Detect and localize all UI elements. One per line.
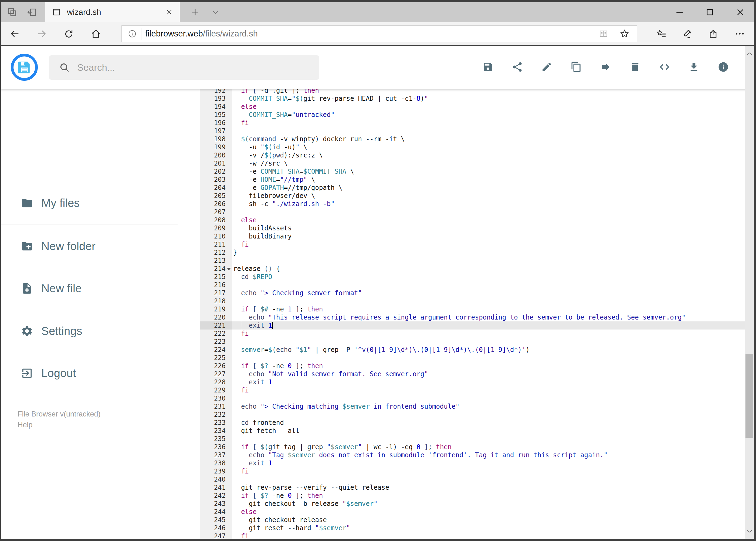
code-line[interactable]: } — [232, 249, 745, 257]
line-number[interactable]: 212 — [200, 249, 226, 257]
info-icon[interactable] — [718, 61, 729, 73]
line-number[interactable]: 200 — [200, 151, 226, 159]
line-number[interactable]: 205 — [200, 192, 226, 200]
line-number[interactable]: 201 — [200, 159, 226, 168]
share-page-icon[interactable] — [708, 28, 719, 39]
line-number[interactable]: 213 — [200, 257, 226, 265]
minimize-icon[interactable] — [674, 7, 685, 18]
code-line[interactable]: -v /$(pwd):/src:z \ — [232, 151, 745, 159]
hub-icon[interactable] — [656, 28, 667, 39]
code-line[interactable]: if [ -d .git ]; then — [232, 89, 745, 95]
line-number[interactable]: 195 — [200, 111, 226, 119]
line-number[interactable]: 209 — [200, 224, 226, 232]
share-icon[interactable] — [512, 61, 523, 73]
line-number[interactable]: 246 — [200, 524, 226, 532]
code-line[interactable]: fi — [232, 241, 745, 249]
code-line[interactable]: echo "> Checking matching $semver in fro… — [232, 402, 745, 410]
code-line[interactable]: echo "Tag $semver does not exist in subm… — [232, 451, 745, 459]
line-number[interactable]: 229 — [200, 386, 226, 394]
sidebar-item-new-folder[interactable]: New folder — [1, 238, 200, 255]
code-line[interactable] — [232, 281, 745, 289]
copy-icon[interactable] — [571, 61, 582, 73]
line-number[interactable]: 223 — [200, 337, 226, 346]
home-icon[interactable] — [91, 28, 101, 39]
code-line[interactable]: COMMIT_SHA="$(git rev-parse HEAD | cut -… — [232, 95, 745, 103]
line-number[interactable]: 219 — [200, 305, 226, 313]
code-line[interactable]: echo "> Checking semver format" — [232, 289, 745, 297]
line-number[interactable]: 240 — [200, 475, 226, 483]
delete-icon[interactable] — [630, 61, 641, 73]
line-number[interactable]: 210 — [200, 232, 226, 241]
line-number[interactable]: 247 — [200, 532, 226, 539]
code-line[interactable]: release () { — [232, 265, 745, 273]
favorite-star-icon[interactable] — [620, 29, 630, 39]
line-number[interactable]: 226 — [200, 362, 226, 370]
line-number[interactable]: 237 — [200, 451, 226, 459]
tab-preview-icon[interactable] — [7, 7, 18, 18]
code-line[interactable]: exit 1 — [232, 378, 745, 386]
code-line[interactable]: -e COMMIT_SHA=$COMMIT_SHA \ — [232, 168, 745, 176]
code-line[interactable]: echo "Not valid semver format. See semve… — [232, 370, 745, 378]
code-line[interactable]: -u "$(id -u)" \ — [232, 143, 745, 151]
sidebar-item-logout[interactable]: Logout — [1, 365, 200, 382]
code-line[interactable]: COMMIT_SHA="untracked" — [232, 111, 745, 119]
code-line[interactable]: if [ $# -ne 1 ]; then — [232, 305, 745, 313]
code-line[interactable]: fi — [232, 119, 745, 127]
code-line[interactable]: if [ $(git tag | grep "$semver" | wc -l)… — [232, 443, 745, 451]
line-number[interactable]: 231 — [200, 402, 226, 410]
fold-marker-icon[interactable] — [227, 268, 231, 270]
line-number[interactable]: 225 — [200, 354, 226, 362]
line-number[interactable]: 232 — [200, 410, 226, 419]
set-aside-tabs-icon[interactable] — [26, 7, 37, 18]
code-line[interactable] — [232, 127, 745, 135]
code-line[interactable]: fi — [232, 329, 745, 337]
line-number[interactable]: 192 — [200, 89, 226, 95]
tab-dropdown-icon[interactable] — [210, 7, 221, 18]
code-line[interactable] — [232, 394, 745, 402]
line-number[interactable]: 234 — [200, 427, 226, 435]
line-number[interactable]: 228 — [200, 378, 226, 386]
line-number[interactable]: 206 — [200, 200, 226, 208]
code-line[interactable]: else — [232, 216, 745, 224]
code-line[interactable]: if [ $? -ne 0 ]; then — [232, 362, 745, 370]
code-line[interactable] — [232, 435, 745, 443]
line-number[interactable]: 202 — [200, 168, 226, 176]
line-number[interactable]: 245 — [200, 516, 226, 524]
line-number[interactable]: 221 — [200, 321, 232, 329]
code-line[interactable]: exit 1 — [232, 321, 745, 329]
code-line[interactable]: buildBinary — [232, 232, 745, 241]
refresh-icon[interactable] — [64, 28, 74, 39]
code-line[interactable]: git checkout release — [232, 516, 745, 524]
annotate-pen-icon[interactable] — [682, 28, 693, 39]
line-number[interactable]: 235 — [200, 435, 226, 443]
code-icon[interactable] — [659, 61, 670, 73]
line-number[interactable]: 238 — [200, 459, 226, 467]
line-number[interactable]: 215 — [200, 273, 226, 281]
line-number[interactable]: 204 — [200, 184, 226, 192]
code-line[interactable] — [232, 337, 745, 346]
code-line[interactable]: git reset --hard "$semver" — [232, 524, 745, 532]
line-number[interactable]: 196 — [200, 119, 226, 127]
line-number[interactable]: 233 — [200, 419, 226, 427]
code-line[interactable]: git rev-parse --verify --quiet release — [232, 483, 745, 492]
line-number[interactable]: 218 — [200, 297, 226, 305]
maximize-icon[interactable] — [704, 7, 715, 18]
code-line[interactable]: cd $REPO — [232, 273, 745, 281]
code-line[interactable]: fi — [232, 467, 745, 475]
scroll-up-icon[interactable] — [745, 48, 754, 59]
line-number[interactable]: 208 — [200, 216, 226, 224]
close-tab-icon[interactable] — [165, 8, 173, 16]
sidebar-item-new-file[interactable]: New file — [1, 280, 200, 297]
code-line[interactable] — [232, 297, 745, 305]
code-line[interactable]: else — [232, 508, 745, 516]
code-line[interactable]: sh -c "./wizard.sh -b" — [232, 200, 745, 208]
forward-icon[interactable] — [36, 28, 47, 39]
code-line[interactable] — [232, 410, 745, 419]
code-line[interactable]: fi — [232, 386, 745, 394]
address-bar[interactable]: filebrowser.web /files/wizard.sh — [122, 25, 637, 42]
sidebar-item-settings[interactable]: Settings — [1, 323, 200, 339]
more-options-icon[interactable] — [734, 28, 745, 39]
code-line[interactable]: if [ $? -ne 0 ]; then — [232, 492, 745, 500]
download-icon[interactable] — [688, 61, 700, 73]
line-number[interactable]: 239 — [200, 467, 226, 475]
